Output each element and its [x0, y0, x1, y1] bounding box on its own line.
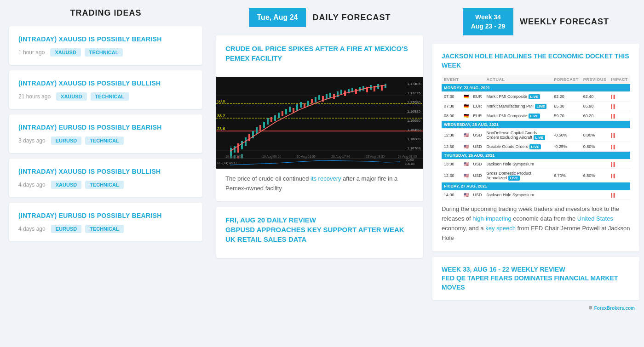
trading-card-meta: 3 days ago EURUSDTECHNICAL	[18, 137, 193, 145]
weekly-main-desc: During the upcoming trading week traders…	[442, 205, 630, 243]
svg-rect-38	[296, 104, 298, 111]
svg-text:1.16708: 1.16708	[407, 146, 420, 150]
svg-text:20 Aug 17:30: 20 Aug 17:30	[331, 155, 350, 159]
svg-text:1.17275: 1.17275	[407, 91, 420, 95]
main-layout: TRADING IDEAS (INTRADAY) XAUUSD IS POSSI…	[0, 0, 644, 347]
svg-text:19 Aug 2021: 19 Aug 2021	[225, 155, 243, 159]
tag[interactable]: TECHNICAL	[91, 92, 129, 101]
svg-rect-29	[263, 122, 265, 128]
svg-rect-46	[326, 94, 328, 99]
svg-text:100.00: 100.00	[405, 162, 415, 165]
center-column-header: Tue, Aug 24 DAILY FORECAST	[216, 0, 423, 35]
center-column: Tue, Aug 24 DAILY FORECAST CRUDE OIL PRI…	[212, 0, 428, 347]
svg-text:23.6: 23.6	[217, 126, 225, 131]
date-badge[interactable]: Tue, Aug 24	[249, 8, 306, 27]
svg-text:1.16690: 1.16690	[407, 119, 420, 123]
trading-card-meta: 4 days ago XAUUSDTECHNICAL	[18, 181, 193, 189]
left-column: TRADING IDEAS (INTRADAY) XAUUSD IS POSSI…	[0, 0, 212, 347]
weekly-review-card[interactable]: WEEK 33, AUG 16 - 22 WEEKLY REVIEWFED QE…	[432, 257, 639, 301]
gbpusd-title: FRI, AUG 20 DAILY REVIEWGBPUSD APPROACHE…	[225, 215, 414, 244]
svg-rect-23	[241, 141, 243, 149]
trading-card[interactable]: (INTRADAY) XAUUSD IS POSSIBLY BULLISH 21…	[9, 70, 202, 109]
svg-rect-42	[311, 99, 313, 103]
svg-text:1.16885: 1.16885	[407, 109, 420, 114]
tag[interactable]: XAUUSD	[56, 92, 86, 101]
crude-oil-chart: 1.17485 1.17275 1.17080 1.16885 1.16690 …	[216, 77, 423, 169]
svg-rect-62	[385, 84, 386, 88]
economic-calendar-table: EVENT ACTUAL FORECAST PREVIOUS IMPACT MO…	[442, 75, 630, 200]
trading-card-meta: 1 hour ago XAUUSDTECHNICAL	[18, 48, 193, 57]
trading-card-meta: 21 hours ago XAUUSDTECHNICAL	[18, 92, 193, 101]
trading-card-title: (INTRADAY) XAUUSD IS POSSIBLY BULLISH	[18, 168, 193, 175]
trading-ideas-title: TRADING IDEAS	[70, 8, 141, 18]
crude-oil-desc: The price of crude oil continued its rec…	[225, 174, 414, 193]
svg-text:1.16490: 1.16490	[407, 128, 420, 132]
econ-event-row: 07:30 🇩🇪 EUR Markit Manufacturing PMI LI…	[442, 102, 630, 111]
trading-card-time: 4 days ago	[18, 226, 46, 232]
svg-rect-0	[216, 77, 423, 169]
left-column-header: TRADING IDEAS	[9, 0, 202, 26]
econ-event-row: 08:00 🇩🇪 EUR Markit PMI Composite LIVE 5…	[442, 111, 630, 121]
svg-rect-41	[307, 101, 309, 106]
econ-event-row: 12:30 🇺🇸 USD Gross Domestic Product Annu…	[442, 169, 630, 182]
econ-event-row: 12:30 🇺🇸 USD Durable Goods Orders LIVE -…	[442, 142, 630, 152]
watermark: ⛊ ForexBrokers.com	[432, 306, 639, 313]
svg-rect-25	[248, 134, 250, 141]
trading-card-title: (INTRADAY) EURUSD IS POSSIBLY BEARISH	[18, 124, 193, 131]
weekly-forecast-title: WEEKLY FORECAST	[520, 17, 609, 27]
svg-rect-50	[340, 90, 342, 94]
svg-rect-32	[274, 115, 276, 121]
econ-event-row: 13:00 🇺🇸 USD Jackson Hole Symposium |||	[442, 159, 630, 169]
trading-card[interactable]: (INTRADAY) EURUSD IS POSSIBLY BEARISH 3 …	[9, 114, 202, 153]
right-column-header: Week 34 Aug 23 - 29 WEEKLY FORECAST	[432, 0, 639, 44]
weekly-main-title: JACKSON HOLE HEADLINES THE ECONOMIC DOCK…	[442, 52, 630, 70]
tag[interactable]: TECHNICAL	[85, 137, 124, 145]
weekly-main-card[interactable]: JACKSON HOLE HEADLINES THE ECONOMIC DOCK…	[432, 44, 639, 251]
econ-event-row: 07:30 🇩🇪 EUR Markit PMI Composite LIVE 6…	[442, 92, 630, 102]
svg-rect-67	[216, 159, 423, 169]
svg-text:1.16800: 1.16800	[407, 137, 420, 141]
svg-text:RSI(14) 46.57: RSI(14) 46.57	[217, 161, 237, 165]
svg-rect-30	[267, 118, 269, 125]
svg-rect-33	[278, 113, 280, 118]
svg-text:70.00: 70.00	[406, 158, 414, 161]
econ-day-row: FRIDAY, 27 AUG, 2021	[442, 182, 630, 190]
tag[interactable]: XAUUSD	[50, 48, 80, 57]
trading-card-meta: 4 days ago EURUSDTECHNICAL	[18, 225, 193, 233]
svg-text:1.17080: 1.17080	[407, 100, 420, 104]
econ-event-row: 12:30 🇺🇸 USD NonDefense Capital Goods Or…	[442, 129, 630, 142]
tag[interactable]: EURUSD	[51, 137, 81, 145]
gbpusd-card[interactable]: FRI, AUG 20 DAILY REVIEWGBPUSD APPROACHE…	[216, 207, 423, 258]
svg-rect-39	[300, 102, 302, 108]
weekly-review-title: WEEK 33, AUG 16 - 22 WEEKLY REVIEWFED QE…	[442, 265, 630, 292]
svg-rect-22	[237, 143, 239, 153]
svg-rect-56	[362, 86, 364, 91]
tag[interactable]: TECHNICAL	[85, 181, 124, 189]
week-badge[interactable]: Week 34 Aug 23 - 29	[463, 8, 513, 35]
svg-text:1.17485: 1.17485	[407, 82, 420, 86]
trading-card-time: 4 days ago	[18, 182, 46, 188]
svg-rect-36	[289, 107, 291, 112]
tag[interactable]: EURUSD	[51, 225, 81, 233]
svg-rect-43	[315, 97, 316, 102]
svg-text:19 Aug 09:00: 19 Aug 09:00	[262, 155, 281, 159]
trading-card-title: (INTRADAY) EURUSD IS POSSIBLY BEARISH	[18, 212, 193, 219]
tag[interactable]: TECHNICAL	[85, 225, 124, 233]
svg-rect-31	[270, 117, 272, 122]
trading-card[interactable]: (INTRADAY) XAUUSD IS POSSIBLY BEARISH 1 …	[9, 26, 202, 65]
trading-card[interactable]: (INTRADAY) EURUSD IS POSSIBLY BEARISH 4 …	[9, 203, 202, 241]
trading-card-time: 1 hour ago	[18, 49, 45, 56]
svg-text:23 Aug 09:00: 23 Aug 09:00	[366, 155, 385, 159]
tag[interactable]: TECHNICAL	[85, 48, 123, 57]
econ-day-row: MONDAY, 23 AUG, 2021	[442, 84, 630, 92]
trading-card[interactable]: (INTRADAY) XAUUSD IS POSSIBLY BULLISH 4 …	[9, 159, 202, 197]
svg-rect-27	[256, 127, 258, 134]
trading-cards-list: (INTRADAY) XAUUSD IS POSSIBLY BEARISH 1 …	[9, 26, 202, 241]
tag[interactable]: XAUUSD	[51, 181, 81, 189]
crude-oil-card[interactable]: CRUDE OIL PRICE SPIKES AFTER A FIRE AT M…	[216, 35, 423, 202]
econ-day-row: WEDNESDAY, 25 AUG, 2021	[442, 121, 630, 129]
svg-text:38.2: 38.2	[217, 114, 225, 118]
econ-day-row: THURSDAY, 26 AUG, 2021	[442, 152, 630, 159]
right-column: Week 34 Aug 23 - 29 WEEKLY FORECAST JACK…	[428, 0, 644, 347]
svg-rect-55	[359, 87, 361, 91]
